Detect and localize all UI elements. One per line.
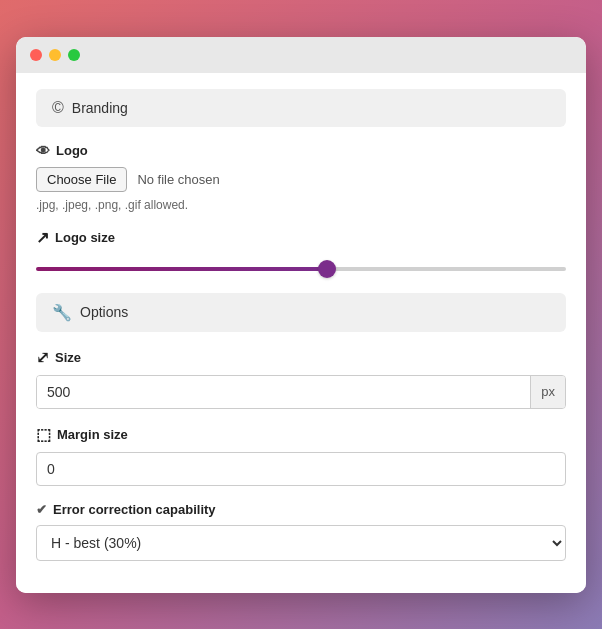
- margin-input[interactable]: [36, 452, 566, 486]
- margin-label: ⬚ Margin size: [36, 425, 566, 444]
- size-icon: ⤢: [36, 348, 49, 367]
- title-bar: [16, 37, 586, 73]
- size-label: ⤢ Size: [36, 348, 566, 367]
- logo-field-group: 👁 Logo Choose File No file chosen .jpg, …: [36, 143, 566, 212]
- content: © Branding 👁 Logo Choose File No file ch…: [16, 73, 586, 593]
- logo-size-slider[interactable]: [36, 267, 566, 271]
- size-input-with-unit: px: [36, 375, 566, 409]
- minimize-button[interactable]: [49, 49, 61, 61]
- size-unit: px: [530, 376, 565, 408]
- size-input[interactable]: [37, 376, 530, 408]
- error-correction-label: ✔ Error correction capability: [36, 502, 566, 517]
- options-label: Options: [80, 304, 128, 320]
- error-correction-select[interactable]: L - low (7%) M - medium (15%) Q - quarti…: [36, 525, 566, 561]
- checkmark-icon: ✔: [36, 502, 47, 517]
- size-field-group: ⤢ Size px: [36, 348, 566, 409]
- maximize-button[interactable]: [68, 49, 80, 61]
- close-button[interactable]: [30, 49, 42, 61]
- logo-size-label: ↗ Logo size: [36, 228, 566, 247]
- window: © Branding 👁 Logo Choose File No file ch…: [16, 37, 586, 593]
- logo-label: 👁 Logo: [36, 143, 566, 159]
- error-correction-field-group: ✔ Error correction capability L - low (7…: [36, 502, 566, 561]
- resize-icon: ↗: [36, 228, 49, 247]
- no-file-text: No file chosen: [137, 172, 219, 187]
- branding-icon: ©: [52, 99, 64, 117]
- options-section-header[interactable]: 🔧 Options: [36, 293, 566, 332]
- branding-label: Branding: [72, 100, 128, 116]
- file-hint: .jpg, .jpeg, .png, .gif allowed.: [36, 198, 566, 212]
- file-input-row: Choose File No file chosen: [36, 167, 566, 192]
- eye-icon: 👁: [36, 143, 50, 159]
- wrench-icon: 🔧: [52, 303, 72, 322]
- logo-size-field-group: ↗ Logo size: [36, 228, 566, 275]
- choose-file-button[interactable]: Choose File: [36, 167, 127, 192]
- slider-container: [36, 257, 566, 275]
- margin-icon: ⬚: [36, 425, 51, 444]
- branding-section-header[interactable]: © Branding: [36, 89, 566, 127]
- margin-field-group: ⬚ Margin size: [36, 425, 566, 486]
